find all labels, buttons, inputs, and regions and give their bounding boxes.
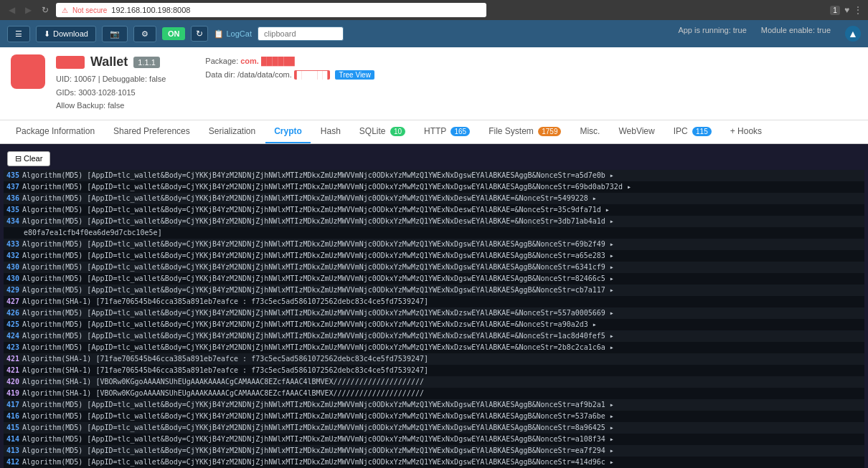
log-entry[interactable]: 437Algorithm(MD5) [AppID=tlc_wallet&Body… <box>4 181 864 193</box>
back-button[interactable]: ◀ <box>6 4 18 16</box>
log-entry[interactable]: 413Algorithm(MD5) [AppID=tlc_wallet&Body… <box>4 445 864 457</box>
camera-icon: 📷 <box>110 29 120 39</box>
log-entry[interactable]: 432Algorithm(MD5) [AppID=tlc_wallet&Body… <box>4 250 864 262</box>
log-entry[interactable]: 417Algorithm(MD5) [AppID=tlc_wallet&Body… <box>4 399 864 411</box>
app-details: UID: 10067 | Debuggable: false GIDs: 300… <box>56 72 166 113</box>
log-entry[interactable]: 423Algorithm(MD5) [AppID=tlc_wallet&Body… <box>4 342 864 353</box>
logcat-icon: 📋 <box>214 29 224 38</box>
log-entry[interactable]: 420Algorithm(SHA-1) [VBORw0KGgoAAAANSUhE… <box>4 376 864 388</box>
lock-icon: ⚠ <box>62 6 68 14</box>
browser-actions: 1 ♥ ⋮ <box>830 5 862 15</box>
log-entry[interactable]: 421Algorithm(SHA-1) [71fae706545b46cca38… <box>4 353 864 365</box>
app-icon <box>11 54 45 89</box>
log-content[interactable]: ⊟ Clear 435Algorithm(MD5) [AppID=tlc_wal… <box>0 144 868 468</box>
tab-counter: 1 <box>830 6 840 15</box>
settings-button[interactable]: ⚙ <box>133 26 156 42</box>
log-entry[interactable]: e80fa7ea1cfb4f0ea6de9d7cbc10e5e] <box>4 227 864 239</box>
update-button[interactable]: ▲ <box>845 26 861 42</box>
clipboard-input[interactable] <box>258 27 344 41</box>
tab-hooks[interactable]: + Hooks <box>722 120 770 143</box>
tab-misc[interactable]: Misc. <box>571 120 608 143</box>
url-bar[interactable]: ⚠ Not secure 192.168.100.198:8008 <box>56 3 486 17</box>
tab-filesystem[interactable]: File System 1759 <box>480 120 570 143</box>
heart-icon[interactable]: ♥ <box>844 5 849 15</box>
tab-ipc[interactable]: IPC 115 <box>665 120 720 143</box>
tab-shared-prefs[interactable]: Shared Preferences <box>105 120 199 143</box>
log-entry[interactable]: 435Algorithm(MD5) [AppID=tlc_wallet&Body… <box>4 204 864 216</box>
tab-sqlite[interactable]: SQLite 10 <box>351 120 414 143</box>
log-entry[interactable]: 412Algorithm(MD5) [AppID=tlc_wallet&Body… <box>4 457 864 468</box>
package-value: com. ██████ <box>240 57 295 65</box>
download-button[interactable]: ⬇ Download <box>36 26 96 42</box>
security-warning: Not secure <box>72 6 107 14</box>
download-icon: ⬇ <box>44 29 50 39</box>
ipc-badge: 115 <box>692 127 712 136</box>
app-logo <box>56 56 85 69</box>
hamburger-icon: ☰ <box>15 29 22 39</box>
data-dir-highlight: ██████ <box>294 70 331 80</box>
log-entry[interactable]: 430Algorithm(MD5) [AppID=tlc_wallet&Body… <box>4 262 864 273</box>
nav-tabs: Package Information Shared Preferences S… <box>0 120 868 144</box>
log-entry[interactable]: 426Algorithm(MD5) [AppID=tlc_wallet&Body… <box>4 307 864 319</box>
log-entry[interactable]: 427Algorithm(SHA-1) [71fae706545b46cca38… <box>4 296 864 307</box>
menu-icon[interactable]: ⋮ <box>854 5 862 15</box>
settings-icon: ⚙ <box>141 29 148 39</box>
log-entry[interactable]: 429Algorithm(MD5) [AppID=tlc_wallet&Body… <box>4 285 864 296</box>
log-entry[interactable]: 415Algorithm(MD5) [AppID=tlc_wallet&Body… <box>4 422 864 434</box>
log-entry[interactable]: 430Algorithm(MD5) [AppID=tlc_wallet&Body… <box>4 273 864 285</box>
hamburger-menu[interactable]: ☰ <box>7 26 30 42</box>
main-toolbar: ☰ ⬇ Download 📷 ⚙ ON ↻ 📋 LogCat App is ru… <box>0 20 868 47</box>
forward-button[interactable]: ▶ <box>22 4 34 16</box>
log-entry[interactable]: 424Algorithm(MD5) [AppID=tlc_wallet&Body… <box>4 330 864 342</box>
log-list: 435Algorithm(MD5) [AppID=tlc_wallet&Body… <box>4 170 864 468</box>
log-entry[interactable]: 416Algorithm(MD5) [AppID=tlc_wallet&Body… <box>4 411 864 422</box>
browser-chrome: ◀ ▶ ↻ ⚠ Not secure 192.168.100.198:8008 … <box>0 0 868 20</box>
fs-badge: 1759 <box>538 127 561 136</box>
tree-view-button[interactable]: Tree View <box>335 70 374 80</box>
tab-http[interactable]: HTTP 165 <box>415 120 478 143</box>
toggle-button[interactable]: ON <box>162 27 186 40</box>
version-badge: 1.1.1 <box>133 57 159 68</box>
tab-hash[interactable]: Hash <box>312 120 349 143</box>
app-details-right: Package: com. ██████ Data dir: /data/dat… <box>205 54 374 81</box>
app-name-section: Wallet 1.1.1 UID: 10067 | Debuggable: fa… <box>56 54 166 113</box>
log-entry[interactable]: 436Algorithm(MD5) [AppID=tlc_wallet&Body… <box>4 193 864 204</box>
tab-webview[interactable]: WebView <box>610 120 663 143</box>
log-entry[interactable]: 433Algorithm(MD5) [AppID=tlc_wallet&Body… <box>4 239 864 250</box>
log-entry[interactable]: 414Algorithm(MD5) [AppID=tlc_wallet&Body… <box>4 434 864 445</box>
module-enable-status: Module enable: true <box>761 26 831 42</box>
log-entry[interactable]: 421Algorithm(SHA-1) [71fae706545b46cca38… <box>4 365 864 376</box>
log-entry[interactable]: 434Algorithm(MD5) [AppID=tlc_wallet&Body… <box>4 216 864 227</box>
refresh-button[interactable]: ↻ <box>191 26 208 42</box>
sqlite-badge: 10 <box>390 127 405 136</box>
app-running-status: App is running: true <box>678 26 746 42</box>
log-entry[interactable]: 425Algorithm(MD5) [AppID=tlc_wallet&Body… <box>4 319 864 330</box>
camera-button[interactable]: 📷 <box>102 26 128 42</box>
url-text: 192.168.100.198:8008 <box>111 6 190 14</box>
clear-button[interactable]: ⊟ Clear <box>7 151 50 166</box>
log-entry[interactable]: 435Algorithm(MD5) [AppID=tlc_wallet&Body… <box>4 170 864 181</box>
app-info-panel: Wallet 1.1.1 UID: 10067 | Debuggable: fa… <box>0 47 868 120</box>
logcat-link[interactable]: 📋 LogCat <box>214 29 252 39</box>
tab-crypto[interactable]: Crypto <box>265 120 311 143</box>
toolbar-status: App is running: true Module enable: true… <box>678 26 861 42</box>
reload-button[interactable]: ↻ <box>39 4 52 16</box>
log-entry[interactable]: 419Algorithm(SHA-1) [VBORw0KGgoAAAANSUhE… <box>4 388 864 399</box>
tab-package-info[interactable]: Package Information <box>7 120 103 143</box>
tab-serialization[interactable]: Serialization <box>200 120 264 143</box>
app-name: Wallet <box>90 54 128 70</box>
http-badge: 165 <box>450 127 470 136</box>
